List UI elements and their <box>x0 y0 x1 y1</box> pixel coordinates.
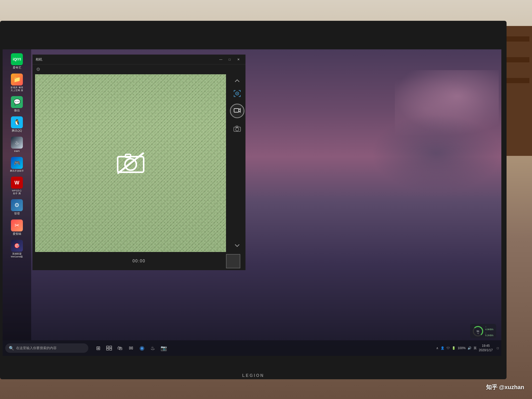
steam-icon-img: ♨ <box>11 137 23 149</box>
perf-speeds: ↑ 4.9KB/s ↓ 5.2KB/s <box>485 325 494 337</box>
taskbar-tray: ∧ 👤 🛡 🔋 100% 🔊 英 19:45 2020/1/17 □ <box>436 344 499 353</box>
cpu-circle: 51 % <box>472 325 484 337</box>
cpu-percent: 51 <box>477 330 479 332</box>
viewport-inner <box>35 74 226 252</box>
taskbar-search-box[interactable]: 🔍 在这里输入你要搜索的内容 <box>5 343 88 353</box>
camera-titlebar: 相机 — □ ✕ <box>32 55 245 64</box>
sidebar-item-tencentgame[interactable]: 🎮 腾讯手游助手 <box>5 156 29 174</box>
svg-point-8 <box>236 128 239 131</box>
control-label: 管理 <box>14 212 20 215</box>
svg-rect-15 <box>110 348 112 350</box>
no-camera-icon-svg <box>115 150 146 176</box>
record-button[interactable] <box>230 104 244 118</box>
sidebar-item-wegame[interactable]: 🎯 英雄联盟WeGame版 <box>5 238 29 260</box>
taskbar-camera-button[interactable]: 📷 <box>159 343 168 353</box>
svg-point-5 <box>237 93 238 94</box>
tray-lang: 英 <box>474 346 477 350</box>
monitor-screen: iQIYI 爱奇艺 📁 影视库 琳琅天上官网 搜 💬 微信 🐧 腾讯QQ ♨ e… <box>3 49 501 356</box>
monitor-brand-label: LEGION <box>242 373 264 378</box>
tray-battery-icon: 🔋 <box>452 346 456 350</box>
qq-icon-img: 🐧 <box>11 116 23 128</box>
arrow-down-button[interactable] <box>232 242 242 249</box>
taskbar-edge-button[interactable]: ◉ <box>137 343 147 353</box>
monitor-bezel: iQIYI 爱奇艺 📁 影视库 琳琅天上官网 搜 💬 微信 🐧 腾讯QQ ♨ e… <box>0 21 507 379</box>
sidebar-item-iqiyi[interactable]: iQIYI 爱奇艺 <box>5 52 29 71</box>
camera-bottom-bar: 00:00 <box>32 252 245 270</box>
taskbar: 🔍 在这里输入你要搜索的内容 ⊞ 🛍 ✉ ◉ ♨ 📷 ∧ 👤 🛡 � <box>3 340 501 356</box>
desktop-sidebar: iQIYI 爱奇艺 📁 影视库 琳琅天上官网 搜 💬 微信 🐧 腾讯QQ ♨ e… <box>3 49 31 340</box>
sidebar-item-control[interactable]: ⚙ 管理 <box>5 198 29 217</box>
taskbar-search-placeholder: 在这里输入你要搜索的内容 <box>16 346 57 350</box>
window-controls: — □ ✕ <box>217 56 242 63</box>
focus-icon[interactable] <box>234 90 241 98</box>
wechat-icon-img: 💬 <box>11 96 23 108</box>
aicut-label: 爱剪辑 <box>13 232 21 236</box>
tray-shield-icon: 🛡 <box>447 346 450 350</box>
taskbar-icons: ⊞ 🛍 ✉ ◉ ♨ 📷 <box>94 343 168 353</box>
clock-date: 2020/1/17 <box>479 348 493 353</box>
timer-display: 00:00 <box>132 259 145 263</box>
wps-icon-img: W <box>11 177 23 189</box>
arrow-up-button[interactable] <box>232 77 242 85</box>
settings-gear-icon[interactable]: ⚙ <box>36 66 40 72</box>
wechat-label: 微信 <box>14 109 20 112</box>
taskbar-start-button[interactable]: ⊞ <box>94 343 103 353</box>
minimize-button[interactable]: — <box>217 56 225 63</box>
photo-button[interactable] <box>232 123 242 134</box>
camera-window: 相机 — □ ✕ ⚙ <box>32 55 245 270</box>
camera-body: ⚙ <box>32 64 245 270</box>
clouds-2 <box>371 114 501 192</box>
clock-display[interactable]: 19:45 2020/1/17 <box>479 344 493 353</box>
steam-label: eam <box>14 149 19 153</box>
taskbar-mail-button[interactable]: ✉ <box>126 343 136 353</box>
watermark: 知乎 @xuzhan <box>486 383 524 391</box>
taskbar-search-icon: 🔍 <box>9 346 14 351</box>
svg-rect-6 <box>234 109 239 112</box>
svg-rect-14 <box>107 348 109 350</box>
iqiyi-icon-img: iQIYI <box>11 53 23 65</box>
sidebar-item-wechat[interactable]: 💬 微信 <box>5 95 29 114</box>
camera-settings-bar: ⚙ <box>32 64 245 74</box>
tencentgame-label: 腾讯手游助手 <box>10 170 24 172</box>
wegame-icon-img: 🎯 <box>11 240 23 252</box>
maximize-button[interactable]: □ <box>226 56 234 63</box>
taskbar-steam-button[interactable]: ♨ <box>148 343 157 353</box>
movie-label: 影视库 琳琅天上官网 搜 <box>11 86 23 92</box>
sidebar-item-movie[interactable]: 📁 影视库 琳琅天上官网 搜 <box>5 72 29 93</box>
wegame-label: 英雄联盟WeGame版 <box>11 252 23 258</box>
upload-speed: ↑ 4.9KB/s <box>485 325 494 331</box>
control-icon-img: ⚙ <box>11 199 23 211</box>
camera-title: 相机 <box>36 57 217 62</box>
record-icon <box>234 108 241 115</box>
camera-viewport <box>35 74 226 252</box>
tray-notification-button[interactable]: □ <box>497 346 499 350</box>
tencentgame-icon-img: 🎮 <box>11 157 23 169</box>
camera-main-area <box>32 74 245 252</box>
download-speed: ↓ 5.2KB/s <box>485 331 494 337</box>
tray-battery-pct: 100% <box>458 346 466 350</box>
sidebar-item-steam[interactable]: ♨ eam <box>5 135 29 154</box>
camera-controls-panel <box>229 74 245 252</box>
qq-label: 腾讯QQ <box>12 129 22 132</box>
sidebar-item-qq[interactable]: 🐧 腾讯QQ <box>5 115 29 134</box>
sidebar-item-wps[interactable]: W WPS办公助手 腾 <box>5 175 29 196</box>
taskbar-taskview-button[interactable] <box>104 343 114 353</box>
svg-rect-13 <box>110 346 112 348</box>
tray-volume-icon: 🔊 <box>468 346 471 350</box>
taskbar-store-button[interactable]: 🛍 <box>115 343 125 353</box>
sidebar-item-aicut[interactable]: ✂ 爱剪辑 <box>5 218 29 237</box>
performance-widget: 51 % ↑ 4.9KB/s ↓ 5.2KB/s <box>470 324 496 338</box>
svg-rect-12 <box>107 346 109 348</box>
cpu-percent-sign: % <box>477 332 479 334</box>
tray-person-icon: 👤 <box>441 346 444 350</box>
close-button[interactable]: ✕ <box>235 56 242 63</box>
iqiyi-label: 爱奇艺 <box>13 66 21 69</box>
tray-network-icon: ∧ <box>436 346 438 350</box>
no-camera-overlay <box>115 150 146 176</box>
movie-icon-img: 📁 <box>11 74 23 85</box>
clock-time: 19:45 <box>479 344 493 348</box>
thumbnail-box[interactable] <box>226 254 240 268</box>
wps-label: WPS办公助手 腾 <box>12 189 22 195</box>
aicut-icon-img: ✂ <box>11 220 23 231</box>
